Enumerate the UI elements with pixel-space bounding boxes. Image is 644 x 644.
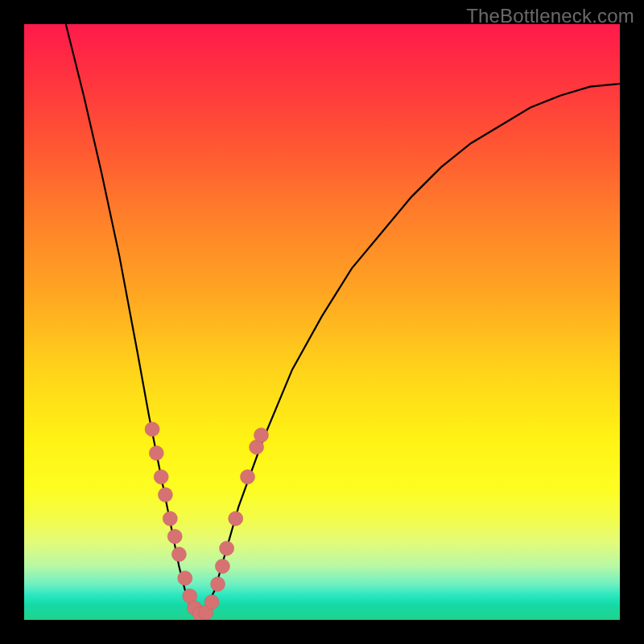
curve-marker — [229, 511, 243, 526]
curve-marker — [211, 577, 225, 592]
watermark-text: TheBottleneck.com — [466, 5, 634, 27]
curve-line — [66, 24, 620, 620]
curve-markers — [145, 422, 268, 620]
curve-marker — [241, 469, 255, 484]
curve-marker — [254, 428, 269, 443]
chart-plot-area — [24, 24, 620, 620]
curve-marker — [167, 529, 182, 543]
curve-marker — [163, 511, 177, 526]
curve-marker — [171, 547, 186, 562]
curve-marker — [204, 595, 219, 609]
curve-marker — [220, 541, 234, 555]
curve-marker — [158, 488, 172, 502]
curve-marker — [149, 446, 163, 460]
curve-marker — [178, 571, 192, 585]
bottleneck-curve-svg — [24, 24, 620, 620]
curve-marker — [154, 469, 168, 484]
curve-marker — [215, 559, 229, 573]
curve-marker — [145, 422, 159, 436]
